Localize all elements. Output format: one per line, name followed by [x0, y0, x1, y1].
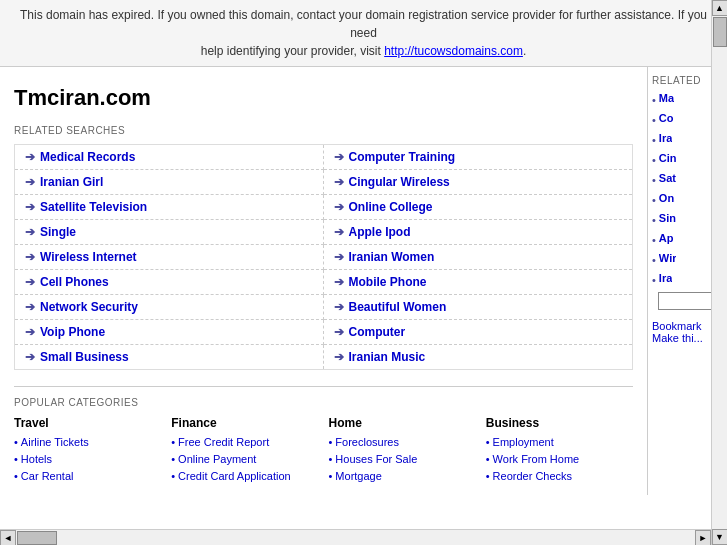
- search-link[interactable]: Computer: [349, 325, 406, 339]
- search-link[interactable]: Apple Ipod: [349, 225, 411, 239]
- search-item: ➔Small Business: [15, 345, 324, 369]
- sidebar-arrow-icon: •: [652, 94, 656, 106]
- sidebar-search-link[interactable]: On: [659, 192, 674, 204]
- search-link[interactable]: Iranian Music: [349, 350, 426, 364]
- search-item: ➔Iranian Women: [324, 245, 633, 270]
- search-item: ➔Cell Phones: [15, 270, 324, 295]
- search-link[interactable]: Wireless Internet: [40, 250, 137, 264]
- searches-grid: ➔Medical Records➔Computer Training➔Irani…: [14, 144, 633, 370]
- arrow-icon: ➔: [25, 300, 35, 314]
- search-link[interactable]: Network Security: [40, 300, 138, 314]
- search-item: ➔Computer: [324, 320, 633, 345]
- search-item: ➔Wireless Internet: [15, 245, 324, 270]
- category-link[interactable]: Airline Tickets: [21, 436, 89, 448]
- categories-grid: TravelAirline TicketsHotelsCar RentalFin…: [14, 416, 633, 485]
- search-item: ➔Computer Training: [324, 145, 633, 170]
- sidebar-search-link[interactable]: Ma: [659, 92, 674, 104]
- list-item: Free Credit Report: [171, 434, 318, 449]
- category-link[interactable]: Houses For Sale: [335, 453, 417, 465]
- list-item: Credit Card Application: [171, 468, 318, 483]
- category-link[interactable]: Employment: [493, 436, 554, 448]
- sidebar-input[interactable]: [658, 292, 718, 310]
- scroll-thumb[interactable]: [713, 17, 727, 47]
- sidebar-search-link[interactable]: Ira: [659, 272, 672, 284]
- expiry-banner: This domain has expired. If you owned th…: [0, 0, 727, 67]
- sidebar-search-link[interactable]: Sat: [659, 172, 676, 184]
- sidebar-search-link[interactable]: Co: [659, 112, 674, 124]
- category-link[interactable]: Car Rental: [21, 470, 74, 482]
- vertical-scrollbar[interactable]: ▲ ▼: [711, 0, 727, 495]
- search-link[interactable]: Beautiful Women: [349, 300, 447, 314]
- sidebar-arrow-icon: •: [652, 254, 656, 266]
- main-layout: Tmciran.com RELATED SEARCHES ➔Medical Re…: [0, 67, 727, 495]
- search-item: ➔Apple Ipod: [324, 220, 633, 245]
- arrow-icon: ➔: [25, 350, 35, 364]
- arrow-icon: ➔: [25, 175, 35, 189]
- arrow-icon: ➔: [334, 225, 344, 239]
- popular-label: POPULAR CATEGORIES: [14, 397, 633, 408]
- search-link[interactable]: Medical Records: [40, 150, 135, 164]
- search-link[interactable]: Satellite Television: [40, 200, 147, 214]
- search-link[interactable]: Small Business: [40, 350, 129, 364]
- sidebar-arrow-icon: •: [652, 214, 656, 226]
- scroll-track: [712, 16, 727, 495]
- list-item: Houses For Sale: [329, 451, 476, 466]
- sidebar-arrow-icon: •: [652, 114, 656, 126]
- category-link[interactable]: Foreclosures: [335, 436, 399, 448]
- category-link[interactable]: Free Credit Report: [178, 436, 269, 448]
- list-item: Online Payment: [171, 451, 318, 466]
- category-link[interactable]: Hotels: [21, 453, 52, 465]
- sidebar-search-link[interactable]: Wir: [659, 252, 677, 264]
- search-link[interactable]: Cell Phones: [40, 275, 109, 289]
- arrow-icon: ➔: [334, 200, 344, 214]
- tucows-link[interactable]: http://tucowsdomains.com: [384, 44, 523, 58]
- site-title: Tmciran.com: [14, 77, 633, 121]
- category-link[interactable]: Mortgage: [335, 470, 381, 482]
- search-link[interactable]: Mobile Phone: [349, 275, 427, 289]
- search-item: ➔Cingular Wireless: [324, 170, 633, 195]
- sidebar-arrow-icon: •: [652, 194, 656, 206]
- search-link[interactable]: Single: [40, 225, 76, 239]
- search-link[interactable]: Iranian Women: [349, 250, 435, 264]
- banner-text2: help identifying your provider, visit: [201, 44, 384, 58]
- sidebar-search-link[interactable]: Ira: [659, 132, 672, 144]
- search-link[interactable]: Computer Training: [349, 150, 456, 164]
- sidebar-search-link[interactable]: Ap: [659, 232, 674, 244]
- arrow-icon: ➔: [334, 150, 344, 164]
- search-link[interactable]: Voip Phone: [40, 325, 105, 339]
- search-item: ➔Satellite Television: [15, 195, 324, 220]
- search-item: ➔Iranian Music: [324, 345, 633, 369]
- list-item: Hotels: [14, 451, 161, 466]
- sidebar-arrow-icon: •: [652, 134, 656, 146]
- search-item: ➔Iranian Girl: [15, 170, 324, 195]
- list-item: Airline Tickets: [14, 434, 161, 449]
- search-link[interactable]: Iranian Girl: [40, 175, 103, 189]
- category-link[interactable]: Credit Card Application: [178, 470, 291, 482]
- list-item: Reorder Checks: [486, 468, 633, 483]
- sidebar-search-link[interactable]: Cin: [659, 152, 677, 164]
- search-item: ➔Beautiful Women: [324, 295, 633, 320]
- bookmark-text2: Make thi...: [652, 332, 703, 344]
- scroll-up-btn[interactable]: ▲: [712, 0, 728, 16]
- category-title: Travel: [14, 416, 161, 430]
- search-item: ➔Network Security: [15, 295, 324, 320]
- search-item: ➔Single: [15, 220, 324, 245]
- search-link[interactable]: Cingular Wireless: [349, 175, 450, 189]
- category-link[interactable]: Work From Home: [493, 453, 580, 465]
- list-item: Foreclosures: [329, 434, 476, 449]
- category-column: BusinessEmploymentWork From HomeReorder …: [486, 416, 633, 485]
- search-item: ➔Online College: [324, 195, 633, 220]
- search-item: ➔Medical Records: [15, 145, 324, 170]
- list-item: Mortgage: [329, 468, 476, 483]
- sidebar-search-link[interactable]: Sin: [659, 212, 676, 224]
- arrow-icon: ➔: [25, 150, 35, 164]
- popular-section: POPULAR CATEGORIES TravelAirline Tickets…: [14, 397, 633, 485]
- search-link[interactable]: Online College: [349, 200, 433, 214]
- category-column: FinanceFree Credit ReportOnline PaymentC…: [171, 416, 318, 485]
- category-link[interactable]: Reorder Checks: [493, 470, 572, 482]
- sidebar-arrow-icon: •: [652, 274, 656, 286]
- arrow-icon: ➔: [334, 275, 344, 289]
- category-link[interactable]: Online Payment: [178, 453, 256, 465]
- search-item: ➔Mobile Phone: [324, 270, 633, 295]
- arrow-icon: ➔: [334, 250, 344, 264]
